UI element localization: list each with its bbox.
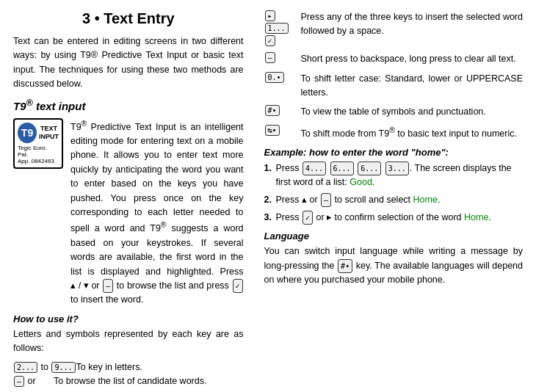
language-section: Language You can switch input language w… (264, 231, 523, 287)
how-to-key-1: 2... to 9... (13, 362, 76, 373)
step-text-2: Press ▴ or — to scroll and select Home. (276, 193, 441, 207)
content-area: 3 • Text Entry Text can be entered in ed… (0, 0, 536, 392)
example-step-3: 3. Press ✓ or ▸ to confirm selection of … (264, 211, 523, 225)
language-heading: Language (264, 231, 523, 242)
key-9: 9... (51, 362, 75, 373)
key-cell-mode: ↹• (264, 125, 292, 136)
how-to-heading: How to use it? (13, 313, 244, 324)
key-row-symbols: #• To view the table of symbols and punc… (264, 105, 523, 119)
key-6b: 6... (358, 161, 381, 175)
key-desc-insert: Press any of the three keys to insert th… (301, 10, 523, 38)
key-row-insert: ▸ 1... ✓ Press any of the three keys to … (264, 10, 523, 46)
step-num-2: 2. (264, 193, 276, 207)
key-desc-symbols: To view the table of symbols and punctua… (301, 105, 523, 119)
step-text-1: Press 4... 6... 6... 3.... The screen di… (276, 161, 523, 189)
word-home-3: Home (464, 212, 488, 222)
key-0-dot: 0.• (265, 72, 284, 83)
key-2to9: 2... (14, 362, 37, 373)
key-confirm: ✓ (303, 211, 313, 225)
key-cell-insert: ▸ 1... ✓ (264, 10, 292, 46)
t9-logo-inner: T9 TEXTINPUT (18, 123, 59, 143)
how-to-desc-1: To key in letters. (76, 362, 244, 372)
t9-circle: T9 (18, 123, 37, 143)
how-to-row-2: — or To browse the list of candidate wor… (13, 376, 244, 387)
page-container: 3 • Text Entry Text can be entered in ed… (0, 0, 536, 392)
t9-logo-box: T9 TEXTINPUT Tegic Euro. Pat.App. 084246… (13, 118, 63, 169)
t9-patent: Tegic Euro. Pat.App. 0842463 (18, 145, 59, 164)
key-row-case: 0.• To shift letter case: Standard, lowe… (264, 72, 523, 100)
key-cell-symbols: #• (264, 105, 292, 116)
language-text: You can switch input language while writ… (264, 244, 523, 287)
example-section: Example: how to enter the word "home": 1… (264, 147, 523, 225)
key-4: 4... (303, 161, 326, 175)
example-step-1: 1. Press 4... 6... 6... 3.... The screen… (264, 161, 523, 189)
example-step-2: 2. Press ▴ or — to scroll and select Hom… (264, 193, 523, 207)
step-num-3: 3. (264, 211, 276, 225)
word-good: Good (350, 177, 372, 187)
key-1: 1... (265, 23, 289, 34)
key-arrow-right: ▸ (265, 10, 275, 21)
t9-section: T9 TEXTINPUT Tegic Euro. Pat.App. 084246… (13, 118, 244, 308)
how-to-intro: Letters and symbols represented by each … (13, 327, 244, 356)
left-column: 3 • Text Entry Text can be entered in ed… (13, 10, 257, 392)
key-backspace: — (14, 376, 24, 387)
t9-heading: T9® text input (13, 98, 244, 112)
key-table: ▸ 1... ✓ Press any of the three keys to … (264, 10, 523, 141)
key-hash: #• (265, 105, 280, 116)
key-hash-lang: #• (338, 259, 352, 274)
how-to-row-1: 2... to 9... To key in letters. (13, 362, 244, 373)
page-title: 3 • Text Entry (13, 10, 244, 27)
how-to-desc-2: To browse the list of candidate words. (54, 376, 244, 386)
step-text-3: Press ✓ or ▸ to confirm selection of the… (276, 211, 491, 225)
how-to-table: 2... to 9... To key in letters. — or To … (13, 362, 244, 392)
example-list: 1. Press 4... 6... 6... 3.... The screen… (264, 161, 523, 225)
t9-description: T9® Predictive Text Input is an intellig… (70, 118, 244, 308)
key-desc-mode: To shift mode from T9® to basic text inp… (301, 125, 523, 141)
key-shift-mode: ↹• (265, 125, 280, 136)
key-scroll: — (321, 193, 331, 207)
example-heading: Example: how to enter the word "home": (264, 147, 523, 158)
key-row-mode: ↹• To shift mode from T9® to basic text … (264, 125, 523, 141)
t9-text-label: TEXTINPUT (39, 125, 59, 141)
key-6a: 6... (330, 161, 354, 175)
key-cell-case: 0.• (264, 72, 292, 83)
how-to-key-2: — or (13, 376, 54, 387)
key-desc-backspace: Short press to backspace, long press to … (301, 52, 523, 66)
intro-text: Text can be entered in editing screens i… (13, 35, 244, 92)
key-cell-backspace: — (264, 52, 292, 63)
key-ok: ✓ (265, 35, 275, 46)
word-home-2: Home (413, 195, 438, 205)
key-3: 3... (385, 161, 409, 175)
key-desc-case: To shift letter case: Standard, lower or… (301, 72, 523, 100)
key-row-backspace: — Short press to backspace, long press t… (264, 52, 523, 66)
step-num-1: 1. (264, 161, 276, 175)
key-minus: — (265, 52, 275, 63)
right-column: ▸ 1... ✓ Press any of the three keys to … (257, 10, 523, 392)
